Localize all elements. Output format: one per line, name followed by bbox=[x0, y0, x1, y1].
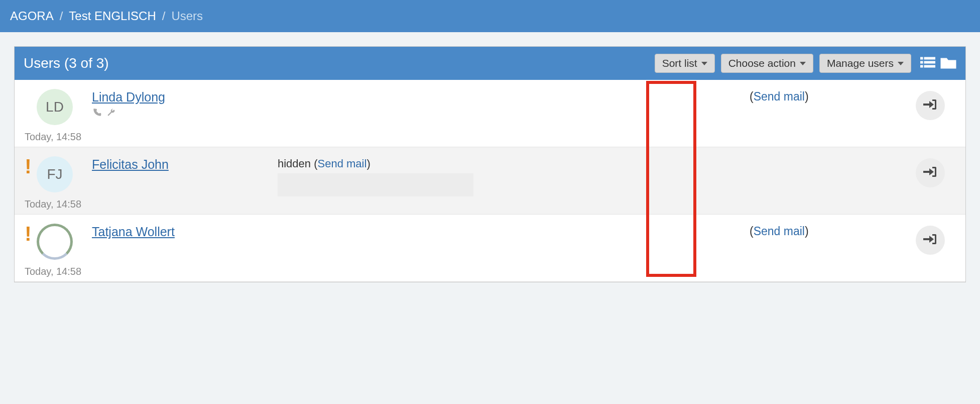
manage-users-dropdown[interactable]: Manage users bbox=[819, 54, 911, 73]
caret-down-icon bbox=[800, 62, 806, 65]
phone-icon bbox=[92, 108, 102, 120]
paren: ) bbox=[805, 90, 809, 103]
sort-list-dropdown[interactable]: Sort list bbox=[655, 54, 715, 73]
users-panel: Users (3 of 3) Sort list Choose action M… bbox=[14, 46, 966, 282]
user-list: LD Today, 14:58 Linda Dylong bbox=[15, 80, 965, 282]
avatar: LD bbox=[37, 89, 73, 125]
page-title: Users (3 of 3) bbox=[24, 55, 649, 71]
paren: ( bbox=[750, 225, 754, 238]
svg-rect-0 bbox=[920, 57, 923, 59]
email-hidden-label: hidden bbox=[278, 157, 311, 170]
choose-action-dropdown[interactable]: Choose action bbox=[721, 54, 813, 73]
breadcrumb: AGORA / Test ENGLISCH / Users bbox=[0, 0, 980, 32]
user-name-link[interactable]: Felicitas John bbox=[92, 157, 169, 171]
manage-users-label: Manage users bbox=[827, 57, 894, 69]
user-name-link[interactable]: Tatjana Wollert bbox=[92, 225, 175, 239]
svg-rect-5 bbox=[924, 65, 935, 67]
user-row: LD Today, 14:58 Linda Dylong bbox=[15, 80, 965, 147]
warning-icon: ! bbox=[25, 159, 31, 173]
paren: ( bbox=[750, 90, 754, 103]
list-view-icon[interactable] bbox=[920, 56, 935, 71]
timestamp: Today, 14:58 bbox=[25, 198, 81, 210]
sort-list-label: Sort list bbox=[662, 57, 697, 69]
redacted-block bbox=[278, 173, 473, 196]
impersonate-button[interactable] bbox=[916, 91, 945, 120]
breadcrumb-sep: / bbox=[162, 9, 166, 23]
choose-action-label: Choose action bbox=[728, 57, 796, 69]
send-mail-link[interactable]: Send mail bbox=[754, 225, 805, 238]
svg-rect-4 bbox=[920, 65, 923, 67]
svg-rect-1 bbox=[924, 57, 935, 59]
user-row: ! FJ Today, 14:58 Felicitas John hidden … bbox=[15, 147, 965, 215]
breadcrumb-project[interactable]: Test ENGLISCH bbox=[69, 9, 156, 23]
paren: ) bbox=[805, 225, 809, 238]
breadcrumb-root[interactable]: AGORA bbox=[10, 9, 54, 23]
caret-down-icon bbox=[701, 62, 707, 65]
wrench-icon bbox=[106, 108, 116, 120]
impersonate-button[interactable] bbox=[916, 226, 945, 255]
user-row: ! Today, 14:58 Tatjana Wollert (Send mai… bbox=[15, 215, 965, 282]
sign-in-icon bbox=[923, 98, 937, 113]
sign-in-icon bbox=[923, 166, 937, 180]
impersonate-button[interactable] bbox=[916, 158, 945, 187]
sign-in-icon bbox=[923, 233, 937, 248]
svg-rect-3 bbox=[924, 61, 935, 63]
user-name-link[interactable]: Linda Dylong bbox=[92, 90, 165, 104]
panel-header: Users (3 of 3) Sort list Choose action M… bbox=[15, 47, 965, 80]
timestamp: Today, 14:58 bbox=[25, 266, 81, 277]
send-mail-link[interactable]: Send mail bbox=[318, 157, 367, 170]
caret-down-icon bbox=[898, 62, 904, 65]
breadcrumb-sep: / bbox=[60, 9, 63, 23]
timestamp: Today, 14:58 bbox=[25, 131, 81, 143]
breadcrumb-current: Users bbox=[171, 9, 203, 23]
warning-icon: ! bbox=[25, 227, 31, 241]
avatar: FJ bbox=[37, 156, 73, 192]
avatar bbox=[37, 224, 73, 260]
svg-rect-2 bbox=[920, 61, 923, 63]
send-mail-link[interactable]: Send mail bbox=[754, 90, 805, 103]
folder-view-icon[interactable] bbox=[940, 56, 956, 71]
